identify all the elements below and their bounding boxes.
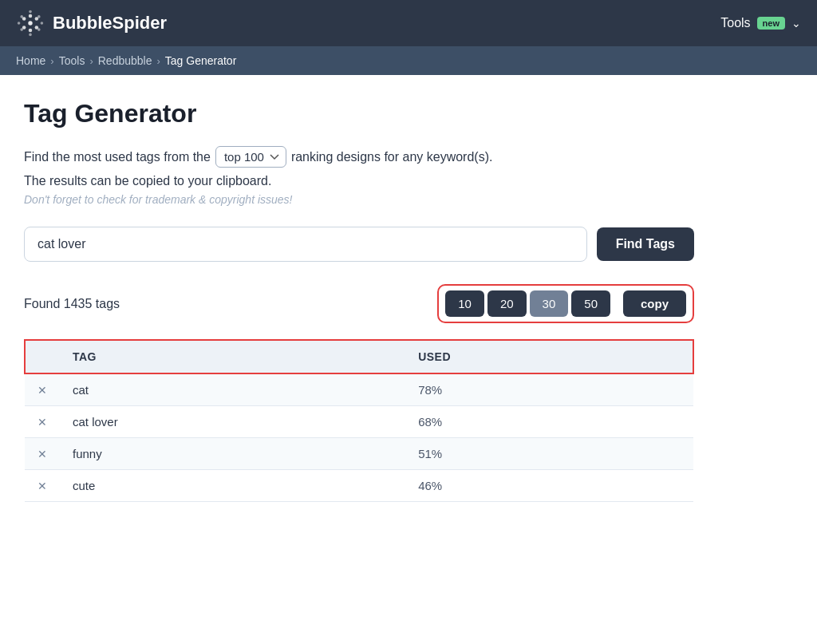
table-row: ✕ funny 51% — [25, 438, 693, 470]
nav-chevron-icon[interactable]: ⌄ — [791, 17, 801, 30]
nav-tools[interactable]: Tools new ⌄ — [720, 16, 801, 30]
table-header-row: TAG USED — [25, 340, 693, 373]
svg-point-10 — [37, 28, 41, 31]
table-row: ✕ cute 46% — [25, 470, 693, 502]
tag-table: TAG USED ✕ cat 78% ✕ cat lover 68% ✕ fun… — [24, 339, 694, 502]
row-tag: funny — [60, 438, 405, 470]
svg-point-7 — [29, 10, 32, 14]
svg-point-9 — [41, 22, 44, 25]
row-used: 78% — [405, 373, 693, 406]
row-tag: cute — [60, 470, 405, 502]
row-used: 46% — [405, 470, 693, 502]
search-row: Find Tags — [24, 227, 694, 262]
count-50-button[interactable]: 50 — [571, 290, 610, 317]
breadcrumb-sep-2: › — [89, 55, 93, 67]
table-row: ✕ cat lover 68% — [25, 406, 693, 438]
page-title: Tag Generator — [24, 99, 694, 128]
row-x-icon[interactable]: ✕ — [25, 373, 60, 406]
find-tags-button[interactable]: Find Tags — [597, 227, 694, 261]
table-row: ✕ cat 78% — [25, 373, 693, 406]
breadcrumb-redbubble[interactable]: Redbubble — [98, 54, 152, 67]
count-30-button[interactable]: 30 — [530, 290, 569, 317]
search-input[interactable] — [24, 227, 587, 262]
breadcrumb-home[interactable]: Home — [16, 54, 45, 67]
count-copy-area: 10 20 30 50 copy — [437, 284, 694, 323]
svg-point-14 — [20, 15, 23, 18]
desc-after: ranking designs for any keyword(s). — [291, 150, 493, 164]
svg-point-0 — [28, 21, 32, 25]
logo-area: BubbleSpider — [16, 9, 720, 38]
breadcrumb-sep-3: › — [156, 55, 160, 67]
nav-tools-label[interactable]: Tools — [720, 16, 750, 30]
svg-point-8 — [37, 15, 41, 18]
top100-select[interactable]: top 10 top 20 top 50 top 100 top 200 — [215, 146, 286, 168]
description-line: Find the most used tags from the top 10 … — [24, 146, 694, 168]
desc-before: Find the most used tags from the — [24, 150, 211, 164]
col-header-tag: TAG — [60, 340, 405, 373]
breadcrumb-sep-1: › — [50, 55, 53, 67]
count-buttons: 10 20 30 50 — [445, 290, 610, 317]
row-x-icon[interactable]: ✕ — [25, 470, 60, 502]
row-tag: cat lover — [60, 406, 405, 438]
svg-point-4 — [29, 29, 33, 33]
row-x-icon[interactable]: ✕ — [25, 406, 60, 438]
breadcrumb-tools[interactable]: Tools — [59, 54, 85, 67]
col-header-empty — [25, 340, 60, 373]
row-x-icon[interactable]: ✕ — [25, 438, 60, 470]
col-header-used: USED — [405, 340, 693, 373]
copy-button[interactable]: copy — [623, 290, 686, 317]
logo-icon — [16, 9, 45, 38]
new-badge: new — [757, 17, 785, 30]
logo-text: BubbleSpider — [53, 13, 167, 34]
top-nav: BubbleSpider Tools new ⌄ — [0, 0, 817, 46]
row-used: 68% — [405, 406, 693, 438]
svg-point-12 — [20, 28, 23, 31]
row-used: 51% — [405, 438, 693, 470]
trademark-line: Don't forget to check for trademark & co… — [24, 193, 694, 206]
count-20-button[interactable]: 20 — [487, 290, 527, 317]
found-tags-text: Found 1435 tags — [24, 297, 120, 311]
clipboard-line: The results can be copied to your clipbo… — [24, 174, 694, 188]
row-tag: cat — [60, 373, 405, 406]
count-10-button[interactable]: 10 — [445, 290, 484, 317]
breadcrumb-tag-generator[interactable]: Tag Generator — [165, 54, 237, 67]
svg-point-1 — [29, 14, 33, 18]
main-content: Tag Generator Find the most used tags fr… — [0, 75, 718, 534]
svg-point-11 — [29, 34, 32, 37]
breadcrumb: Home › Tools › Redbubble › Tag Generator — [0, 46, 817, 75]
svg-point-13 — [18, 22, 21, 25]
results-row: Found 1435 tags 10 20 30 50 copy — [24, 284, 694, 323]
